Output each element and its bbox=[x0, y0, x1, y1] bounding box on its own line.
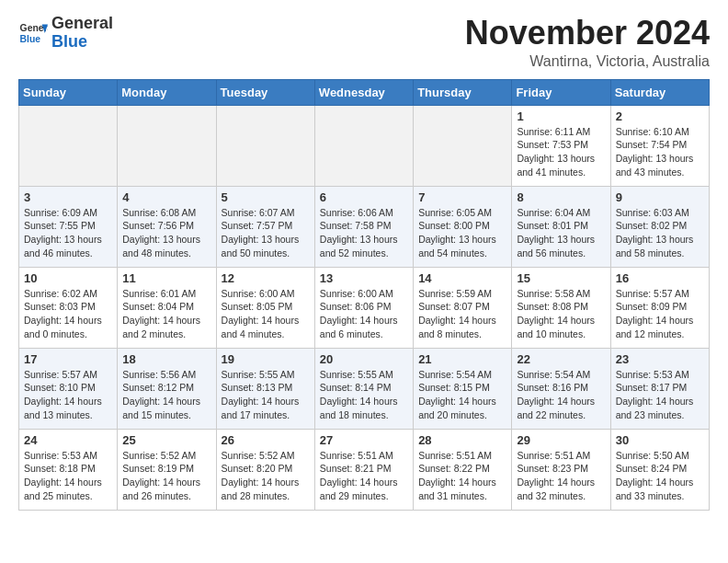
header: General Blue General Blue November 2024 … bbox=[18, 15, 710, 70]
day-number: 24 bbox=[24, 433, 112, 447]
day-info: Sunrise: 5:57 AMSunset: 8:09 PMDaylight:… bbox=[616, 287, 704, 341]
day-info: Sunrise: 6:02 AMSunset: 8:03 PMDaylight:… bbox=[24, 287, 112, 341]
day-cell: 3Sunrise: 6:09 AMSunset: 7:55 PMDaylight… bbox=[19, 186, 118, 267]
day-info: Sunrise: 6:08 AMSunset: 7:56 PMDaylight:… bbox=[122, 206, 210, 260]
day-cell: 22Sunrise: 5:54 AMSunset: 8:16 PMDayligh… bbox=[512, 348, 610, 429]
location: Wantirna, Victoria, Australia bbox=[465, 53, 710, 70]
weekday-wednesday: Wednesday bbox=[314, 79, 413, 105]
day-cell: 11Sunrise: 6:01 AMSunset: 8:04 PMDayligh… bbox=[118, 267, 216, 348]
day-cell: 18Sunrise: 5:56 AMSunset: 8:12 PMDayligh… bbox=[118, 348, 216, 429]
day-cell: 23Sunrise: 5:53 AMSunset: 8:17 PMDayligh… bbox=[610, 348, 709, 429]
day-cell: 15Sunrise: 5:58 AMSunset: 8:08 PMDayligh… bbox=[512, 267, 610, 348]
page: General Blue General Blue November 2024 … bbox=[0, 0, 728, 525]
day-cell: 7Sunrise: 6:05 AMSunset: 8:00 PMDaylight… bbox=[414, 186, 512, 267]
day-cell bbox=[314, 105, 413, 186]
week-row-1: 1Sunrise: 6:11 AMSunset: 7:53 PMDaylight… bbox=[19, 105, 710, 186]
day-cell: 1Sunrise: 6:11 AMSunset: 7:53 PMDaylight… bbox=[512, 105, 610, 186]
day-cell bbox=[216, 105, 314, 186]
day-info: Sunrise: 6:09 AMSunset: 7:55 PMDaylight:… bbox=[24, 206, 112, 260]
weekday-thursday: Thursday bbox=[414, 79, 512, 105]
day-cell bbox=[19, 105, 118, 186]
day-number: 1 bbox=[517, 109, 605, 123]
day-number: 7 bbox=[418, 190, 506, 204]
day-cell: 12Sunrise: 6:00 AMSunset: 8:05 PMDayligh… bbox=[216, 267, 314, 348]
svg-text:Blue: Blue bbox=[20, 33, 41, 43]
day-info: Sunrise: 6:00 AMSunset: 8:06 PMDaylight:… bbox=[320, 287, 408, 341]
day-info: Sunrise: 5:55 AMSunset: 8:14 PMDaylight:… bbox=[320, 368, 408, 422]
day-number: 19 bbox=[222, 352, 310, 366]
day-cell: 14Sunrise: 5:59 AMSunset: 8:07 PMDayligh… bbox=[414, 267, 512, 348]
day-info: Sunrise: 5:58 AMSunset: 8:08 PMDaylight:… bbox=[517, 287, 605, 341]
day-cell: 25Sunrise: 5:52 AMSunset: 8:19 PMDayligh… bbox=[118, 429, 216, 510]
day-cell: 4Sunrise: 6:08 AMSunset: 7:56 PMDaylight… bbox=[118, 186, 216, 267]
weekday-sunday: Sunday bbox=[19, 79, 118, 105]
week-row-3: 10Sunrise: 6:02 AMSunset: 8:03 PMDayligh… bbox=[19, 267, 710, 348]
weekday-header-row: SundayMondayTuesdayWednesdayThursdayFrid… bbox=[19, 79, 710, 105]
day-cell: 6Sunrise: 6:06 AMSunset: 7:58 PMDaylight… bbox=[314, 186, 413, 267]
day-number: 13 bbox=[320, 271, 408, 285]
day-number: 18 bbox=[122, 352, 210, 366]
day-cell: 9Sunrise: 6:03 AMSunset: 8:02 PMDaylight… bbox=[610, 186, 709, 267]
day-cell: 28Sunrise: 5:51 AMSunset: 8:22 PMDayligh… bbox=[414, 429, 512, 510]
day-number: 26 bbox=[222, 433, 310, 447]
day-info: Sunrise: 6:07 AMSunset: 7:57 PMDaylight:… bbox=[222, 206, 310, 260]
day-number: 21 bbox=[418, 352, 506, 366]
day-number: 22 bbox=[517, 352, 605, 366]
day-info: Sunrise: 6:01 AMSunset: 8:04 PMDaylight:… bbox=[122, 287, 210, 341]
day-info: Sunrise: 6:11 AMSunset: 7:53 PMDaylight:… bbox=[517, 125, 605, 179]
weekday-tuesday: Tuesday bbox=[216, 79, 314, 105]
day-cell: 21Sunrise: 5:54 AMSunset: 8:15 PMDayligh… bbox=[414, 348, 512, 429]
day-number: 4 bbox=[122, 190, 210, 204]
day-info: Sunrise: 5:52 AMSunset: 8:20 PMDaylight:… bbox=[222, 449, 310, 503]
day-number: 20 bbox=[320, 352, 408, 366]
weekday-monday: Monday bbox=[118, 79, 216, 105]
day-number: 15 bbox=[517, 271, 605, 285]
day-cell: 8Sunrise: 6:04 AMSunset: 8:01 PMDaylight… bbox=[512, 186, 610, 267]
day-number: 29 bbox=[517, 433, 605, 447]
day-info: Sunrise: 5:51 AMSunset: 8:21 PMDaylight:… bbox=[320, 449, 408, 503]
day-cell: 29Sunrise: 5:51 AMSunset: 8:23 PMDayligh… bbox=[512, 429, 610, 510]
day-number: 11 bbox=[122, 271, 210, 285]
day-info: Sunrise: 5:54 AMSunset: 8:15 PMDaylight:… bbox=[418, 368, 506, 422]
day-number: 5 bbox=[222, 190, 310, 204]
day-cell: 13Sunrise: 6:00 AMSunset: 8:06 PMDayligh… bbox=[314, 267, 413, 348]
day-info: Sunrise: 6:06 AMSunset: 7:58 PMDaylight:… bbox=[320, 206, 408, 260]
day-info: Sunrise: 5:55 AMSunset: 8:13 PMDaylight:… bbox=[222, 368, 310, 422]
day-info: Sunrise: 5:54 AMSunset: 8:16 PMDaylight:… bbox=[517, 368, 605, 422]
day-number: 14 bbox=[418, 271, 506, 285]
month-title: November 2024 bbox=[465, 15, 710, 52]
day-number: 28 bbox=[418, 433, 506, 447]
day-number: 3 bbox=[24, 190, 112, 204]
weekday-friday: Friday bbox=[512, 79, 610, 105]
day-info: Sunrise: 6:03 AMSunset: 8:02 PMDaylight:… bbox=[616, 206, 704, 260]
day-cell: 5Sunrise: 6:07 AMSunset: 7:57 PMDaylight… bbox=[216, 186, 314, 267]
day-info: Sunrise: 5:53 AMSunset: 8:18 PMDaylight:… bbox=[24, 449, 112, 503]
day-cell: 26Sunrise: 5:52 AMSunset: 8:20 PMDayligh… bbox=[216, 429, 314, 510]
day-number: 9 bbox=[616, 190, 704, 204]
day-info: Sunrise: 6:00 AMSunset: 8:05 PMDaylight:… bbox=[222, 287, 310, 341]
day-cell bbox=[414, 105, 512, 186]
title-block: November 2024 Wantirna, Victoria, Austra… bbox=[465, 15, 710, 70]
day-info: Sunrise: 5:51 AMSunset: 8:23 PMDaylight:… bbox=[517, 449, 605, 503]
day-cell: 2Sunrise: 6:10 AMSunset: 7:54 PMDaylight… bbox=[610, 105, 709, 186]
day-number: 27 bbox=[320, 433, 408, 447]
day-cell: 16Sunrise: 5:57 AMSunset: 8:09 PMDayligh… bbox=[610, 267, 709, 348]
day-info: Sunrise: 6:04 AMSunset: 8:01 PMDaylight:… bbox=[517, 206, 605, 260]
logo-blue-text: Blue bbox=[51, 32, 87, 51]
day-info: Sunrise: 5:57 AMSunset: 8:10 PMDaylight:… bbox=[24, 368, 112, 422]
day-cell: 20Sunrise: 5:55 AMSunset: 8:14 PMDayligh… bbox=[314, 348, 413, 429]
weekday-saturday: Saturday bbox=[610, 79, 709, 105]
day-info: Sunrise: 5:53 AMSunset: 8:17 PMDaylight:… bbox=[616, 368, 704, 422]
day-number: 23 bbox=[616, 352, 704, 366]
day-info: Sunrise: 5:56 AMSunset: 8:12 PMDaylight:… bbox=[122, 368, 210, 422]
day-cell: 24Sunrise: 5:53 AMSunset: 8:18 PMDayligh… bbox=[19, 429, 118, 510]
logo: General Blue General Blue bbox=[18, 15, 113, 52]
logo-general-text: General bbox=[51, 14, 113, 32]
day-number: 6 bbox=[320, 190, 408, 204]
day-cell: 19Sunrise: 5:55 AMSunset: 8:13 PMDayligh… bbox=[216, 348, 314, 429]
day-cell: 30Sunrise: 5:50 AMSunset: 8:24 PMDayligh… bbox=[610, 429, 709, 510]
day-number: 16 bbox=[616, 271, 704, 285]
day-number: 8 bbox=[517, 190, 605, 204]
day-cell: 10Sunrise: 6:02 AMSunset: 8:03 PMDayligh… bbox=[19, 267, 118, 348]
day-number: 30 bbox=[616, 433, 704, 447]
